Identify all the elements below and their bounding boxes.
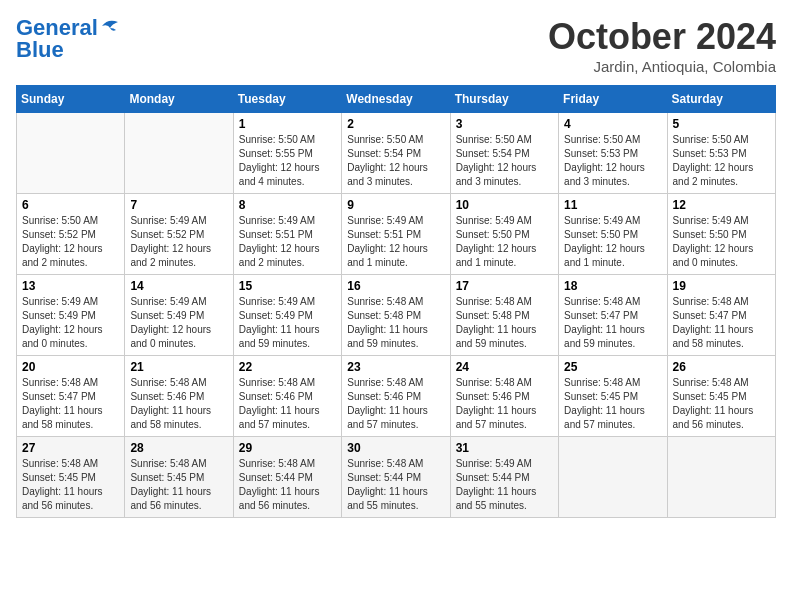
day-info: Sunrise: 5:50 AM Sunset: 5:55 PM Dayligh… bbox=[239, 133, 336, 189]
day-number: 7 bbox=[130, 198, 227, 212]
day-number: 1 bbox=[239, 117, 336, 131]
day-info: Sunrise: 5:48 AM Sunset: 5:48 PM Dayligh… bbox=[347, 295, 444, 351]
header: General Blue October 2024 Jardin, Antioq… bbox=[16, 16, 776, 75]
day-number: 29 bbox=[239, 441, 336, 455]
day-number: 5 bbox=[673, 117, 770, 131]
weekday-friday: Friday bbox=[559, 86, 667, 113]
day-info: Sunrise: 5:48 AM Sunset: 5:45 PM Dayligh… bbox=[673, 376, 770, 432]
day-number: 31 bbox=[456, 441, 553, 455]
day-number: 15 bbox=[239, 279, 336, 293]
day-number: 22 bbox=[239, 360, 336, 374]
day-info: Sunrise: 5:48 AM Sunset: 5:45 PM Dayligh… bbox=[564, 376, 661, 432]
weekday-saturday: Saturday bbox=[667, 86, 775, 113]
weekday-monday: Monday bbox=[125, 86, 233, 113]
day-info: Sunrise: 5:49 AM Sunset: 5:51 PM Dayligh… bbox=[347, 214, 444, 270]
week-row-3: 13Sunrise: 5:49 AM Sunset: 5:49 PM Dayli… bbox=[17, 275, 776, 356]
day-info: Sunrise: 5:48 AM Sunset: 5:45 PM Dayligh… bbox=[22, 457, 119, 513]
day-cell: 29Sunrise: 5:48 AM Sunset: 5:44 PM Dayli… bbox=[233, 437, 341, 518]
day-number: 8 bbox=[239, 198, 336, 212]
day-cell: 9Sunrise: 5:49 AM Sunset: 5:51 PM Daylig… bbox=[342, 194, 450, 275]
day-info: Sunrise: 5:49 AM Sunset: 5:50 PM Dayligh… bbox=[456, 214, 553, 270]
weekday-wednesday: Wednesday bbox=[342, 86, 450, 113]
day-cell: 18Sunrise: 5:48 AM Sunset: 5:47 PM Dayli… bbox=[559, 275, 667, 356]
day-info: Sunrise: 5:49 AM Sunset: 5:44 PM Dayligh… bbox=[456, 457, 553, 513]
day-cell: 12Sunrise: 5:49 AM Sunset: 5:50 PM Dayli… bbox=[667, 194, 775, 275]
day-cell: 7Sunrise: 5:49 AM Sunset: 5:52 PM Daylig… bbox=[125, 194, 233, 275]
day-info: Sunrise: 5:50 AM Sunset: 5:54 PM Dayligh… bbox=[347, 133, 444, 189]
day-info: Sunrise: 5:50 AM Sunset: 5:54 PM Dayligh… bbox=[456, 133, 553, 189]
day-cell: 17Sunrise: 5:48 AM Sunset: 5:48 PM Dayli… bbox=[450, 275, 558, 356]
day-cell: 13Sunrise: 5:49 AM Sunset: 5:49 PM Dayli… bbox=[17, 275, 125, 356]
month-title: October 2024 bbox=[548, 16, 776, 58]
day-info: Sunrise: 5:49 AM Sunset: 5:50 PM Dayligh… bbox=[673, 214, 770, 270]
title-area: October 2024 Jardin, Antioquia, Colombia bbox=[548, 16, 776, 75]
day-info: Sunrise: 5:49 AM Sunset: 5:49 PM Dayligh… bbox=[130, 295, 227, 351]
day-info: Sunrise: 5:48 AM Sunset: 5:47 PM Dayligh… bbox=[673, 295, 770, 351]
day-cell: 30Sunrise: 5:48 AM Sunset: 5:44 PM Dayli… bbox=[342, 437, 450, 518]
day-info: Sunrise: 5:48 AM Sunset: 5:44 PM Dayligh… bbox=[347, 457, 444, 513]
day-cell bbox=[667, 437, 775, 518]
day-number: 21 bbox=[130, 360, 227, 374]
day-number: 27 bbox=[22, 441, 119, 455]
week-row-1: 1Sunrise: 5:50 AM Sunset: 5:55 PM Daylig… bbox=[17, 113, 776, 194]
week-row-2: 6Sunrise: 5:50 AM Sunset: 5:52 PM Daylig… bbox=[17, 194, 776, 275]
week-row-5: 27Sunrise: 5:48 AM Sunset: 5:45 PM Dayli… bbox=[17, 437, 776, 518]
day-cell: 26Sunrise: 5:48 AM Sunset: 5:45 PM Dayli… bbox=[667, 356, 775, 437]
day-cell: 27Sunrise: 5:48 AM Sunset: 5:45 PM Dayli… bbox=[17, 437, 125, 518]
day-cell: 6Sunrise: 5:50 AM Sunset: 5:52 PM Daylig… bbox=[17, 194, 125, 275]
day-number: 23 bbox=[347, 360, 444, 374]
weekday-sunday: Sunday bbox=[17, 86, 125, 113]
day-info: Sunrise: 5:49 AM Sunset: 5:51 PM Dayligh… bbox=[239, 214, 336, 270]
day-cell: 20Sunrise: 5:48 AM Sunset: 5:47 PM Dayli… bbox=[17, 356, 125, 437]
day-cell: 14Sunrise: 5:49 AM Sunset: 5:49 PM Dayli… bbox=[125, 275, 233, 356]
day-info: Sunrise: 5:49 AM Sunset: 5:49 PM Dayligh… bbox=[22, 295, 119, 351]
location: Jardin, Antioquia, Colombia bbox=[548, 58, 776, 75]
calendar: SundayMondayTuesdayWednesdayThursdayFrid… bbox=[16, 85, 776, 518]
day-cell bbox=[125, 113, 233, 194]
day-info: Sunrise: 5:48 AM Sunset: 5:47 PM Dayligh… bbox=[22, 376, 119, 432]
day-number: 9 bbox=[347, 198, 444, 212]
day-info: Sunrise: 5:48 AM Sunset: 5:45 PM Dayligh… bbox=[130, 457, 227, 513]
day-number: 12 bbox=[673, 198, 770, 212]
day-number: 19 bbox=[673, 279, 770, 293]
day-info: Sunrise: 5:50 AM Sunset: 5:53 PM Dayligh… bbox=[564, 133, 661, 189]
day-cell: 31Sunrise: 5:49 AM Sunset: 5:44 PM Dayli… bbox=[450, 437, 558, 518]
day-info: Sunrise: 5:48 AM Sunset: 5:48 PM Dayligh… bbox=[456, 295, 553, 351]
day-number: 30 bbox=[347, 441, 444, 455]
day-info: Sunrise: 5:48 AM Sunset: 5:46 PM Dayligh… bbox=[239, 376, 336, 432]
day-cell: 25Sunrise: 5:48 AM Sunset: 5:45 PM Dayli… bbox=[559, 356, 667, 437]
day-cell: 24Sunrise: 5:48 AM Sunset: 5:46 PM Dayli… bbox=[450, 356, 558, 437]
day-number: 2 bbox=[347, 117, 444, 131]
logo: General Blue bbox=[16, 16, 120, 62]
day-info: Sunrise: 5:48 AM Sunset: 5:46 PM Dayligh… bbox=[130, 376, 227, 432]
day-number: 10 bbox=[456, 198, 553, 212]
day-info: Sunrise: 5:50 AM Sunset: 5:53 PM Dayligh… bbox=[673, 133, 770, 189]
week-row-4: 20Sunrise: 5:48 AM Sunset: 5:47 PM Dayli… bbox=[17, 356, 776, 437]
day-number: 20 bbox=[22, 360, 119, 374]
day-number: 26 bbox=[673, 360, 770, 374]
weekday-tuesday: Tuesday bbox=[233, 86, 341, 113]
day-number: 16 bbox=[347, 279, 444, 293]
day-number: 14 bbox=[130, 279, 227, 293]
day-info: Sunrise: 5:48 AM Sunset: 5:46 PM Dayligh… bbox=[347, 376, 444, 432]
day-cell: 10Sunrise: 5:49 AM Sunset: 5:50 PM Dayli… bbox=[450, 194, 558, 275]
day-cell: 1Sunrise: 5:50 AM Sunset: 5:55 PM Daylig… bbox=[233, 113, 341, 194]
day-info: Sunrise: 5:49 AM Sunset: 5:49 PM Dayligh… bbox=[239, 295, 336, 351]
logo-bird-icon bbox=[100, 18, 120, 34]
day-cell: 16Sunrise: 5:48 AM Sunset: 5:48 PM Dayli… bbox=[342, 275, 450, 356]
weekday-header: SundayMondayTuesdayWednesdayThursdayFrid… bbox=[17, 86, 776, 113]
day-number: 24 bbox=[456, 360, 553, 374]
day-info: Sunrise: 5:50 AM Sunset: 5:52 PM Dayligh… bbox=[22, 214, 119, 270]
day-number: 11 bbox=[564, 198, 661, 212]
day-number: 18 bbox=[564, 279, 661, 293]
day-number: 25 bbox=[564, 360, 661, 374]
day-cell bbox=[17, 113, 125, 194]
day-cell: 3Sunrise: 5:50 AM Sunset: 5:54 PM Daylig… bbox=[450, 113, 558, 194]
day-cell: 11Sunrise: 5:49 AM Sunset: 5:50 PM Dayli… bbox=[559, 194, 667, 275]
day-cell bbox=[559, 437, 667, 518]
day-info: Sunrise: 5:48 AM Sunset: 5:47 PM Dayligh… bbox=[564, 295, 661, 351]
day-cell: 23Sunrise: 5:48 AM Sunset: 5:46 PM Dayli… bbox=[342, 356, 450, 437]
day-cell: 4Sunrise: 5:50 AM Sunset: 5:53 PM Daylig… bbox=[559, 113, 667, 194]
day-number: 4 bbox=[564, 117, 661, 131]
day-info: Sunrise: 5:49 AM Sunset: 5:52 PM Dayligh… bbox=[130, 214, 227, 270]
